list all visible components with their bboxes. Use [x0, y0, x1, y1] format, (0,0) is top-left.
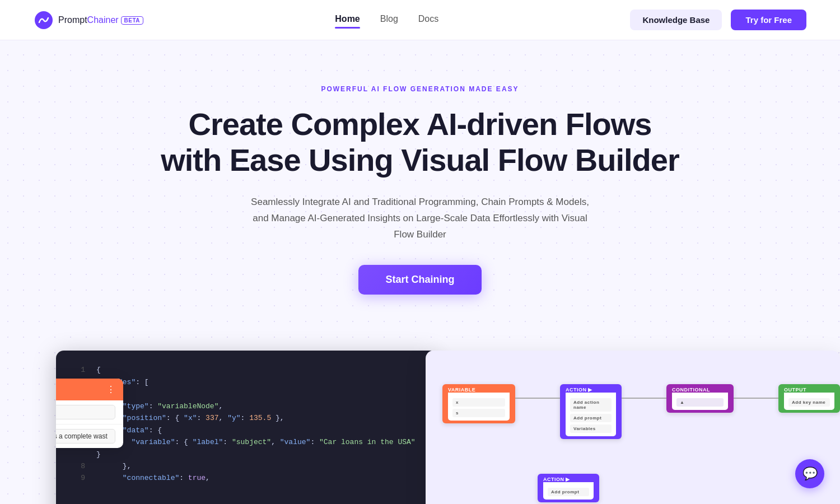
node-output-label: OUTPUT: [784, 387, 834, 393]
start-chaining-button[interactable]: Start Chaining: [358, 265, 481, 295]
nav-links: Home Blog Docs: [335, 14, 438, 26]
variable-card: VARIABLE ⋮ ⚥ Review Σ The movie was a co…: [56, 379, 123, 448]
try-for-free-button[interactable]: Try for Free: [731, 10, 806, 30]
node-variable-label: VARIABLE: [448, 387, 510, 393]
flow-connections: [426, 351, 840, 504]
flow-node-output[interactable]: OUTPUT Add key name: [778, 384, 840, 413]
hero-title: Create Complex AI-driven Flows with Ease…: [0, 106, 840, 179]
variable-card-menu[interactable]: ⋮: [106, 384, 115, 395]
code-panel: VARIABLE ⋮ ⚥ Review Σ The movie was a co…: [56, 351, 437, 504]
nav-link-home[interactable]: Home: [335, 14, 360, 26]
variable-card-header: VARIABLE ⋮: [56, 379, 123, 400]
navbar: PromptChainerBETA Home Blog Docs Knowled…: [0, 0, 840, 40]
hero-section: POWERFUL AI FLOW GENERATION MADE EASY Cr…: [0, 40, 840, 317]
chat-icon: 💬: [802, 466, 818, 481]
node-output-body: Add key name: [784, 393, 834, 410]
variable-card-row-2: Σ The movie was a complete wast: [56, 424, 123, 448]
row-input-1[interactable]: Review: [56, 405, 115, 419]
logo-icon: [34, 10, 54, 30]
flow-node-action-2[interactable]: ACTION ▶ Add prompt: [538, 474, 599, 502]
flow-node-conditional[interactable]: CONDITIONAL ▲: [666, 384, 734, 413]
preview-section: VARIABLE ⋮ ⚥ Review Σ The movie was a co…: [0, 351, 840, 504]
node-action-2-label: ACTION ▶: [543, 477, 594, 482]
flow-canvas: VARIABLE x s ACTION ▶ Add action name Ad…: [426, 351, 840, 504]
nav-actions: Knowledge Base Try for Free: [630, 10, 806, 30]
node-conditional-body: ▲: [672, 393, 728, 410]
flow-node-action-1[interactable]: ACTION ▶ Add action name Add prompt Vari…: [560, 384, 622, 439]
chat-bubble[interactable]: 💬: [795, 459, 824, 488]
logo[interactable]: PromptChainerBETA: [34, 10, 143, 30]
node-variable-body: x s: [448, 393, 510, 421]
node-conditional-label: CONDITIONAL: [672, 387, 728, 393]
nav-link-blog[interactable]: Blog: [380, 14, 398, 26]
row-input-2[interactable]: The movie was a complete wast: [56, 429, 115, 444]
hero-eyebrow: POWERFUL AI FLOW GENERATION MADE EASY: [0, 85, 840, 93]
logo-text: PromptChainerBETA: [58, 15, 143, 25]
variable-card-row-1: ⚥ Review: [56, 400, 123, 424]
nav-link-docs[interactable]: Docs: [418, 14, 438, 26]
flow-node-variable[interactable]: VARIABLE x s: [442, 384, 515, 423]
node-action-1-body: Add action name Add prompt Variables: [566, 393, 616, 436]
node-action-1-label: ACTION ▶: [566, 387, 616, 393]
node-action-2-body: Add prompt: [543, 482, 594, 500]
knowledge-base-button[interactable]: Knowledge Base: [630, 10, 722, 30]
hero-subtitle: Seamlessly Integrate AI and Traditional …: [246, 194, 594, 243]
flow-canvas-inner: VARIABLE x s ACTION ▶ Add action name Ad…: [426, 351, 840, 504]
